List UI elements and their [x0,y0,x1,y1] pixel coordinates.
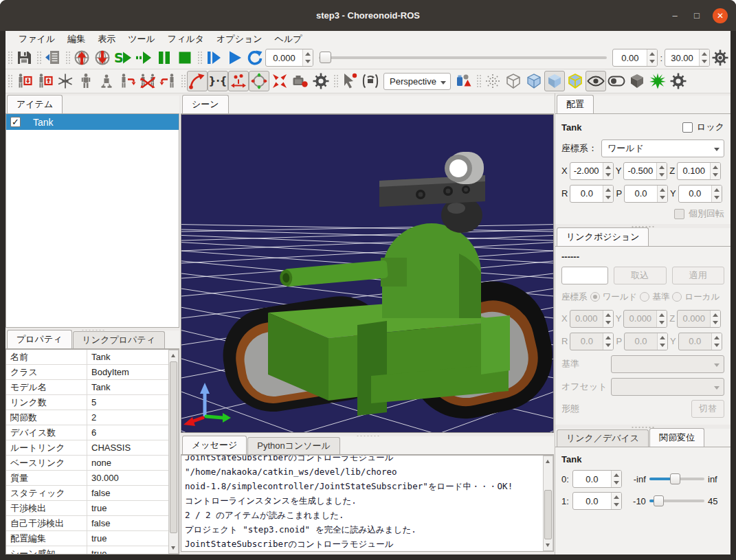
view-center-icon[interactable] [249,71,269,91]
spin-buttons[interactable] [603,333,613,350]
property-row[interactable]: 配置編集true [6,531,168,546]
menu-item-6[interactable]: ヘルプ [269,32,309,47]
menu-item-4[interactable]: フィルタ [161,32,210,47]
yaw-spinbox[interactable] [678,185,722,203]
toolbar-grip[interactable] [476,74,481,89]
radio-world[interactable] [590,292,600,302]
time-refresh-icon[interactable] [245,47,265,68]
link-x-spinbox[interactable] [570,310,614,328]
lighting-star-icon[interactable] [647,71,668,91]
property-value[interactable]: none [87,456,168,470]
item-row-tank[interactable]: ✓ Tank [6,114,179,130]
offset-select[interactable] [611,378,724,396]
coord-select[interactable]: ワールド [601,139,724,157]
scroll-down-icon[interactable] [169,543,178,552]
property-row[interactable]: 質量30.000 [6,471,168,486]
point-rendering-icon[interactable] [482,71,503,91]
property-row[interactable]: リンク数5 [6,395,168,410]
close-button[interactable]: ✕ [713,8,728,23]
toggle-switch-icon[interactable] [606,71,627,91]
tab-message[interactable]: メッセージ [182,436,247,454]
tab-scene[interactable]: シーン [182,95,229,113]
edit-mode-icon[interactable] [187,71,208,91]
wireframe-cube-icon[interactable] [503,71,524,91]
property-row[interactable]: 干渉検出true [6,501,168,516]
property-row[interactable]: スタティックfalse [6,486,168,501]
spin-buttons[interactable] [647,49,657,66]
property-value[interactable]: true [87,531,168,546]
pointer-mode-icon[interactable] [339,71,360,91]
property-value[interactable]: false [87,486,168,500]
menu-item-2[interactable]: 表示 [91,32,122,47]
reload-item-icon[interactable] [43,47,63,68]
pose-mirror-icon[interactable] [137,71,158,91]
property-value[interactable]: true [87,546,168,555]
yaw-input[interactable] [679,186,711,202]
property-value[interactable]: false [87,516,168,530]
menu-item-1[interactable]: 編集 [61,32,91,47]
link-z-input[interactable] [678,311,710,327]
item-checkbox[interactable]: ✓ [10,117,21,127]
restore-pose-icon[interactable] [34,71,55,91]
property-row[interactable]: クラスBodyItem [6,365,168,380]
crouch-pose-icon[interactable] [96,71,117,91]
scroll-up-icon[interactable] [169,351,178,361]
property-value[interactable]: true [87,501,168,515]
time-spinbox[interactable] [265,49,313,67]
link-pitch-input[interactable] [625,333,657,350]
y-spinbox[interactable] [623,162,667,180]
spin-buttons[interactable] [611,493,621,509]
pause-icon[interactable] [154,47,175,68]
property-row[interactable]: ベースリンクnone [6,456,168,471]
property-value[interactable]: 30.000 [87,471,168,485]
toolbar-grip[interactable] [7,50,12,65]
spin-buttons[interactable] [657,333,667,350]
property-value[interactable]: BodyItem [87,365,168,379]
tab-link-property[interactable]: リンクプロパティ [73,331,165,348]
property-row[interactable]: 名前Tank [6,350,168,365]
roll-input[interactable] [570,186,603,202]
toolbar-grip[interactable] [7,74,12,89]
joint1-spinbox[interactable] [572,492,622,510]
time-input[interactable] [266,49,302,66]
scroll-down-icon[interactable] [544,540,553,550]
range-end-input[interactable] [665,49,699,66]
property-row[interactable]: モデル名Tank [6,380,168,395]
property-value[interactable]: CHASSIS [87,440,168,455]
tab-placement[interactable]: 配置 [557,95,594,113]
link-z-spinbox[interactable] [677,310,721,328]
individual-rotation-checkbox[interactable] [674,209,684,219]
toolbar-grip[interactable] [197,50,202,65]
link-y-spinbox[interactable] [623,310,667,328]
property-row[interactable]: ルートリンクCHASSIS [6,440,168,456]
joint-mode-icon[interactable]: }·{ [208,71,228,91]
shadow-cube-icon[interactable] [627,71,647,91]
spin-buttons[interactable] [656,163,667,179]
pose-right-icon[interactable] [117,71,137,91]
spin-buttons[interactable] [711,333,722,350]
time-slider[interactable] [319,51,607,65]
item-tree[interactable]: ✓ Tank [5,114,179,328]
property-value[interactable]: 6 [87,425,168,440]
link-yaw-input[interactable] [679,333,711,350]
spin-buttons[interactable] [710,163,720,179]
property-row[interactable]: 関節数2 [6,410,168,425]
title-bar[interactable]: step3 - Choreonoid-ROS – □ ✕ [0,0,736,31]
minimize-button[interactable]: – [669,10,681,21]
spin-buttons[interactable] [711,186,722,202]
message-scrollbar[interactable] [543,456,553,551]
tab-items[interactable]: アイテム [7,95,63,113]
spin-buttons[interactable] [710,311,720,327]
range-start-spinbox[interactable] [612,49,658,67]
base-select[interactable] [611,355,724,373]
scrollbar-thumb[interactable] [544,490,552,539]
spin-buttons[interactable] [656,311,667,327]
toolbar-grip[interactable] [180,74,186,89]
roll-spinbox[interactable] [570,185,614,203]
pitch-input[interactable] [625,186,657,202]
simulation-resume-icon[interactable] [133,47,154,68]
range-end-spinbox[interactable] [665,49,710,67]
fit-collision-icon[interactable] [269,71,290,91]
x-spinbox[interactable] [570,162,614,180]
settings-gear-icon[interactable] [311,71,331,91]
